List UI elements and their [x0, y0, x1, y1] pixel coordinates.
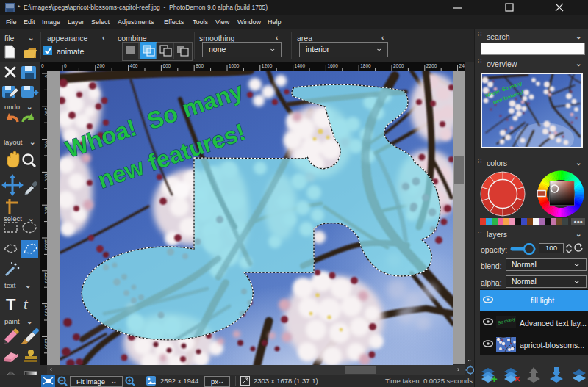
svg-text:600: 600 — [162, 63, 171, 68]
svg-text:0: 0 — [41, 63, 44, 68]
svg-text:1200: 1200 — [262, 63, 273, 68]
svg-text:2000: 2000 — [393, 63, 404, 68]
svg-text:800: 800 — [196, 63, 204, 68]
svg-text:+: + — [491, 372, 498, 385]
svg-text:1400: 1400 — [295, 63, 306, 68]
svg-text:2200: 2200 — [426, 63, 437, 68]
svg-text:0: 0 — [64, 63, 67, 68]
svg-text:1800: 1800 — [360, 63, 371, 68]
svg-text:T: T — [6, 295, 16, 314]
svg-text:1000: 1000 — [229, 63, 240, 68]
svg-text:t: t — [24, 295, 29, 313]
svg-text:✕: ✕ — [514, 375, 520, 383]
svg-text:400: 400 — [130, 63, 138, 68]
svg-text:200: 200 — [97, 63, 105, 68]
svg-text:1600: 1600 — [327, 63, 338, 68]
